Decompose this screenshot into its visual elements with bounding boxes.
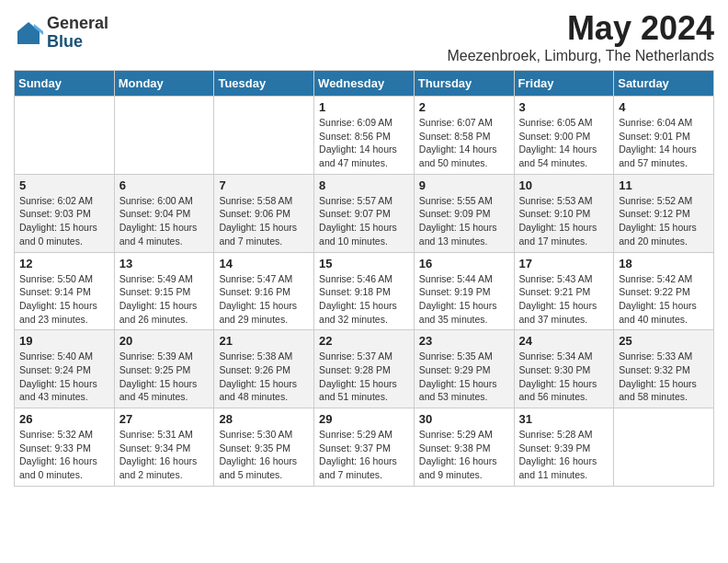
cell-info: Sunrise: 5:29 AMSunset: 9:37 PMDaylight:… [319,428,409,482]
cell-date: 2 [419,100,509,114]
cell-date: 6 [119,178,210,192]
cell-info: Sunrise: 5:47 AMSunset: 9:16 PMDaylight:… [219,272,309,327]
cell-5-2: 27 Sunrise: 5:31 AMSunset: 9:34 PMDaylig… [114,408,214,487]
logo-text: General Blue [47,15,108,52]
header-row: Sunday Monday Tuesday Wednesday Thursday… [15,71,714,97]
cell-date: 14 [219,257,309,270]
cell-date: 29 [319,412,409,426]
cell-5-6: 31 Sunrise: 5:28 AMSunset: 9:39 PMDaylig… [514,408,614,487]
logo-blue: Blue [47,33,108,52]
cell-date: 26 [19,412,109,426]
cell-date: 9 [419,178,509,192]
cell-4-6: 24 Sunrise: 5:34 AMSunset: 9:30 PMDaylig… [514,330,614,408]
cell-5-4: 29 Sunrise: 5:29 AMSunset: 9:37 PMDaylig… [314,408,415,487]
cell-4-2: 20 Sunrise: 5:39 AMSunset: 9:25 PMDaylig… [114,330,214,408]
cell-info: Sunrise: 5:55 AMSunset: 9:09 PMDaylight:… [419,194,509,248]
calendar-table: Sunday Monday Tuesday Wednesday Thursday… [14,70,714,487]
cell-1-5: 2 Sunrise: 6:07 AMSunset: 8:58 PMDayligh… [414,97,514,175]
cell-info: Sunrise: 5:49 AMSunset: 9:15 PMDaylight:… [119,272,210,327]
cell-date: 21 [219,334,309,348]
cell-4-1: 19 Sunrise: 5:40 AMSunset: 9:24 PMDaylig… [15,330,115,408]
col-tuesday: Tuesday [214,71,314,97]
col-sunday: Sunday [15,71,115,97]
cell-1-7: 4 Sunrise: 6:04 AMSunset: 9:01 PMDayligh… [614,97,714,175]
cell-date: 25 [619,334,709,348]
location: Meezenbroek, Limburg, The Netherlands [447,48,714,64]
cell-3-3: 14 Sunrise: 5:47 AMSunset: 9:16 PMDaylig… [214,252,314,330]
cell-info: Sunrise: 5:57 AMSunset: 9:07 PMDaylight:… [319,194,409,248]
cell-date: 27 [119,412,210,426]
header: General Blue May 2024 Meezenbroek, Limbu… [14,9,714,64]
cell-info: Sunrise: 5:46 AMSunset: 9:18 PMDaylight:… [319,272,409,327]
cell-4-5: 23 Sunrise: 5:35 AMSunset: 9:29 PMDaylig… [414,330,514,408]
cell-date: 12 [19,257,109,270]
cell-5-3: 28 Sunrise: 5:30 AMSunset: 9:35 PMDaylig… [214,408,314,487]
cell-1-3 [214,97,314,175]
cell-date: 17 [519,257,609,270]
cell-date: 22 [319,334,409,348]
cell-info: Sunrise: 5:58 AMSunset: 9:06 PMDaylight:… [219,194,309,248]
cell-info: Sunrise: 5:50 AMSunset: 9:14 PMDaylight:… [19,272,109,327]
cell-1-2 [114,97,214,175]
cell-3-1: 12 Sunrise: 5:50 AMSunset: 9:14 PMDaylig… [15,252,115,330]
cell-3-4: 15 Sunrise: 5:46 AMSunset: 9:18 PMDaylig… [314,252,415,330]
cell-info: Sunrise: 5:32 AMSunset: 9:33 PMDaylight:… [19,428,109,482]
logo-general: General [47,15,108,33]
cell-info: Sunrise: 6:02 AMSunset: 9:03 PMDaylight:… [19,194,109,248]
cell-info: Sunrise: 5:29 AMSunset: 9:38 PMDaylight:… [419,428,509,482]
svg-marker-0 [17,22,40,44]
cell-date: 15 [319,257,409,270]
cell-2-5: 9 Sunrise: 5:55 AMSunset: 9:09 PMDayligh… [414,174,514,252]
cell-3-5: 16 Sunrise: 5:44 AMSunset: 9:19 PMDaylig… [414,252,514,330]
logo-icon [14,18,43,48]
cell-date: 19 [19,334,109,348]
cell-5-5: 30 Sunrise: 5:29 AMSunset: 9:38 PMDaylig… [414,408,514,487]
cell-info: Sunrise: 5:35 AMSunset: 9:29 PMDaylight:… [419,350,509,404]
week-row-3: 12 Sunrise: 5:50 AMSunset: 9:14 PMDaylig… [15,252,714,330]
cell-1-1 [15,97,115,175]
cell-date: 31 [519,412,609,426]
cell-info: Sunrise: 5:43 AMSunset: 9:21 PMDaylight:… [519,272,609,327]
cell-info: Sunrise: 5:33 AMSunset: 9:32 PMDaylight:… [619,350,709,404]
cell-info: Sunrise: 5:40 AMSunset: 9:24 PMDaylight:… [19,350,109,404]
cell-2-1: 5 Sunrise: 6:02 AMSunset: 9:03 PMDayligh… [15,174,115,252]
cell-info: Sunrise: 5:30 AMSunset: 9:35 PMDaylight:… [219,428,309,482]
col-saturday: Saturday [614,71,714,97]
cell-info: Sunrise: 5:52 AMSunset: 9:12 PMDaylight:… [619,194,709,248]
cell-info: Sunrise: 6:05 AMSunset: 9:00 PMDaylight:… [519,116,609,170]
cell-3-2: 13 Sunrise: 5:49 AMSunset: 9:15 PMDaylig… [114,252,214,330]
cell-4-3: 21 Sunrise: 5:38 AMSunset: 9:26 PMDaylig… [214,330,314,408]
cell-info: Sunrise: 6:04 AMSunset: 9:01 PMDaylight:… [619,116,709,170]
cell-info: Sunrise: 6:09 AMSunset: 8:56 PMDaylight:… [319,116,409,170]
cell-info: Sunrise: 5:42 AMSunset: 9:22 PMDaylight:… [619,272,709,327]
col-monday: Monday [114,71,214,97]
cell-date: 13 [119,257,210,270]
cell-date: 10 [519,178,609,192]
cell-date: 7 [219,178,309,192]
cell-info: Sunrise: 5:34 AMSunset: 9:30 PMDaylight:… [519,350,609,404]
logo: General Blue [14,15,108,52]
cell-date: 3 [519,100,609,114]
col-wednesday: Wednesday [314,71,415,97]
cell-date: 8 [319,178,409,192]
cell-1-4: 1 Sunrise: 6:09 AMSunset: 8:56 PMDayligh… [314,97,415,175]
cell-info: Sunrise: 5:39 AMSunset: 9:25 PMDaylight:… [119,350,210,404]
col-thursday: Thursday [414,71,514,97]
cell-info: Sunrise: 5:37 AMSunset: 9:28 PMDaylight:… [319,350,409,404]
cell-info: Sunrise: 6:00 AMSunset: 9:04 PMDaylight:… [119,194,210,248]
cell-2-3: 7 Sunrise: 5:58 AMSunset: 9:06 PMDayligh… [214,174,314,252]
week-row-5: 26 Sunrise: 5:32 AMSunset: 9:33 PMDaylig… [15,408,714,487]
cell-date: 24 [519,334,609,348]
cell-info: Sunrise: 5:28 AMSunset: 9:39 PMDaylight:… [519,428,609,482]
cell-4-4: 22 Sunrise: 5:37 AMSunset: 9:28 PMDaylig… [314,330,415,408]
cell-2-7: 11 Sunrise: 5:52 AMSunset: 9:12 PMDaylig… [614,174,714,252]
cell-date: 16 [419,257,509,270]
week-row-2: 5 Sunrise: 6:02 AMSunset: 9:03 PMDayligh… [15,174,714,252]
cell-date: 11 [619,178,709,192]
week-row-1: 1 Sunrise: 6:09 AMSunset: 8:56 PMDayligh… [15,97,714,175]
cell-date: 5 [19,178,109,192]
cell-info: Sunrise: 5:31 AMSunset: 9:34 PMDaylight:… [119,428,210,482]
cell-info: Sunrise: 5:38 AMSunset: 9:26 PMDaylight:… [219,350,309,404]
week-row-4: 19 Sunrise: 5:40 AMSunset: 9:24 PMDaylig… [15,330,714,408]
cell-5-7 [614,408,714,487]
